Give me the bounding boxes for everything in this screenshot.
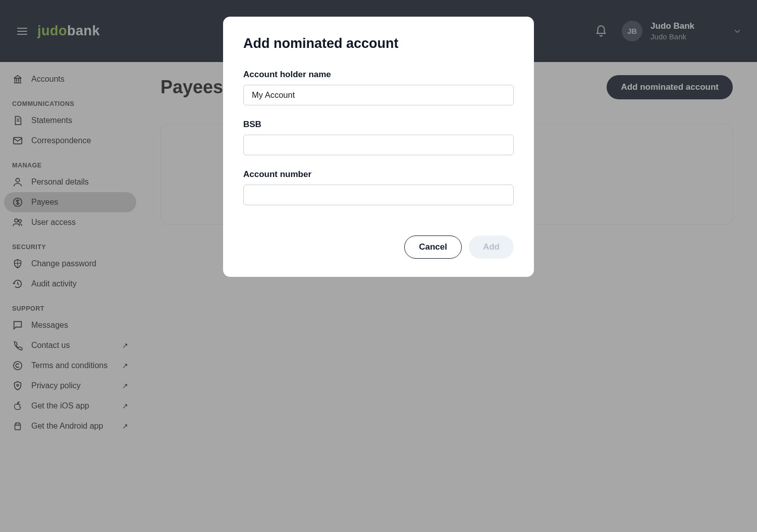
holder-name-label: Account holder name xyxy=(243,70,514,80)
account-number-label: Account number xyxy=(243,169,514,180)
cancel-button[interactable]: Cancel xyxy=(404,235,462,259)
add-account-modal: Add nominated account Account holder nam… xyxy=(223,17,534,277)
bsb-input[interactable] xyxy=(243,135,514,155)
bsb-label: BSB xyxy=(243,120,514,130)
modal-title: Add nominated account xyxy=(243,36,514,51)
account-number-input[interactable] xyxy=(243,185,514,205)
add-button[interactable]: Add xyxy=(469,235,514,259)
holder-name-input[interactable] xyxy=(243,85,514,105)
